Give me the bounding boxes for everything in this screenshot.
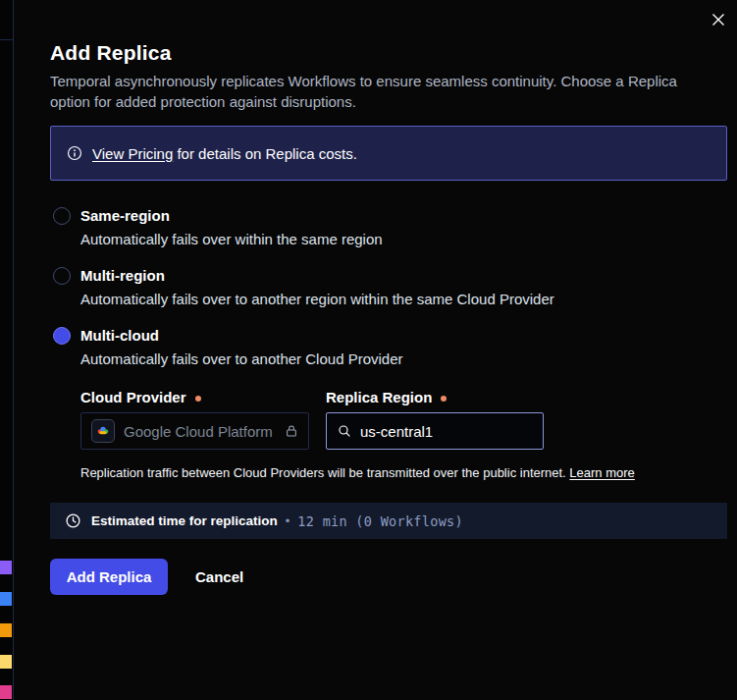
option-label[interactable]: Multi-region xyxy=(80,267,165,284)
pricing-banner-text: View Pricing for details on Replica cost… xyxy=(92,145,357,162)
radio-multi-cloud[interactable] xyxy=(53,327,71,345)
estimate-banner: Estimated time for replication • 12 min … xyxy=(50,503,727,539)
modal-description: Temporal asynchronously replicates Workf… xyxy=(50,71,698,112)
add-replica-button[interactable]: Add Replica xyxy=(50,559,168,595)
estimate-separator: • xyxy=(286,513,290,528)
cloud-provider-select[interactable]: Google Cloud Platform xyxy=(80,412,309,450)
replica-region-field[interactable] xyxy=(326,412,544,450)
info-circle-icon xyxy=(66,144,83,162)
learn-more-link[interactable]: Learn more xyxy=(569,465,634,480)
backdrop-color-stripe xyxy=(0,561,12,574)
backdrop-color-stripe xyxy=(0,655,12,669)
option-description: Automatically fails over to another Clou… xyxy=(80,350,403,367)
replica-region-input[interactable] xyxy=(360,423,555,440)
close-icon[interactable] xyxy=(704,5,733,34)
estimate-value: 12 min (0 Workflows) xyxy=(297,513,463,529)
option-label[interactable]: Multi-cloud xyxy=(80,327,159,344)
modal-title: Add Replica xyxy=(50,41,172,65)
traffic-notice: Replication traffic between Cloud Provid… xyxy=(80,465,709,480)
lock-icon xyxy=(284,423,299,439)
backdrop-color-stripe xyxy=(0,592,12,606)
option-description: Automatically fails over to another regi… xyxy=(80,291,554,307)
cloud-provider-value: Google Cloud Platform xyxy=(124,423,273,440)
replica-region-label: Replica Region xyxy=(326,389,447,405)
cloud-provider-label: Cloud Provider xyxy=(80,389,201,405)
radio-multi-region[interactable] xyxy=(53,267,71,285)
option-description: Automatically fails over within the same… xyxy=(80,231,383,247)
clock-icon xyxy=(65,512,81,529)
cancel-button[interactable]: Cancel xyxy=(189,559,249,595)
search-icon xyxy=(337,423,352,439)
view-pricing-link[interactable]: View Pricing xyxy=(92,145,173,162)
required-dot xyxy=(441,396,447,402)
pricing-info-banner: View Pricing for details on Replica cost… xyxy=(50,126,727,181)
add-replica-modal: Add Replica Temporal asynchronously repl… xyxy=(14,0,737,700)
required-dot xyxy=(195,396,201,402)
backdrop-color-stripe xyxy=(0,685,12,699)
backdrop-color-stripe xyxy=(0,623,12,637)
backdrop-divider xyxy=(0,39,13,40)
radio-same-region[interactable] xyxy=(53,207,71,225)
gcp-logo-icon xyxy=(91,419,115,443)
option-label[interactable]: Same-region xyxy=(80,207,170,224)
estimate-label: Estimated time for replication xyxy=(91,513,278,528)
